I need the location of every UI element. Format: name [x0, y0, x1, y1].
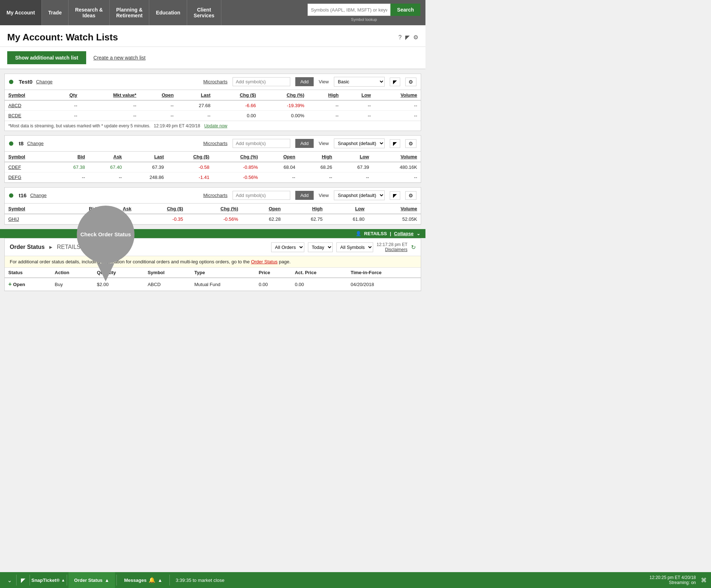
watchlist-t16-controls: Microcharts Add View Snapshot (default) …: [203, 190, 416, 200]
symbol-bcde[interactable]: BCDE: [5, 111, 52, 121]
watchlist-t8-view-select[interactable]: Snapshot (default) Basic: [334, 139, 385, 148]
watchlist-test0-add-button[interactable]: Add: [295, 77, 314, 86]
watchlist-test0-add-input[interactable]: [233, 77, 290, 86]
col-mktvalue[interactable]: Mkt value*: [81, 90, 140, 101]
collapse-link[interactable]: Collapse: [394, 231, 414, 236]
watchlist-test0-settings-icon[interactable]: ⚙: [405, 78, 416, 86]
col-chg-dollar-t16[interactable]: Chg ($): [135, 204, 186, 214]
watchlist-test0-footer: *Most data is streaming, but values mark…: [5, 121, 421, 131]
col-low-t16[interactable]: Low: [326, 204, 368, 214]
watchlist-t8-microcharts[interactable]: Microcharts: [203, 141, 228, 146]
col-volume-t8[interactable]: Volume: [373, 152, 421, 162]
col-chg-pct[interactable]: Chg (%): [260, 90, 308, 101]
nav-item-myaccount[interactable]: My Account: [0, 0, 42, 25]
col-chg-dollar[interactable]: Chg ($): [214, 90, 260, 101]
view-label-t8: View: [319, 141, 329, 146]
symbol-defg[interactable]: DEFG: [5, 172, 52, 183]
search-button[interactable]: Search: [390, 4, 420, 16]
watchlist-t8-add-button[interactable]: Add: [295, 139, 314, 148]
view-label: View: [319, 79, 329, 84]
refresh-icon[interactable]: ↻: [411, 244, 416, 251]
col-chg-pct-t16[interactable]: Chg (%): [187, 204, 242, 214]
watchlist-status-dot: [9, 80, 13, 84]
order-symbol-cell: ABCD: [144, 278, 191, 291]
symbol-cdef[interactable]: CDEF: [5, 162, 52, 172]
watchlist-test0-expand-icon[interactable]: ◤: [390, 78, 400, 86]
col-open-t8[interactable]: Open: [261, 152, 299, 162]
show-watchlist-button[interactable]: Show additional watch list: [7, 51, 86, 64]
symbol-abcd[interactable]: ABCD: [5, 100, 52, 111]
watchlist-test0: Test0 Change Microcharts Add View Basic …: [4, 74, 421, 131]
col-last-t8[interactable]: Last: [125, 152, 167, 162]
watchlist-t8-add-input[interactable]: [233, 139, 290, 148]
symbol-lookup-link[interactable]: Symbol lookup: [351, 17, 377, 22]
filter-symbols-select[interactable]: All Symbols: [336, 242, 373, 252]
nav-item-trade[interactable]: Trade: [42, 0, 69, 25]
disclaimers-link[interactable]: Disclaimers: [385, 247, 407, 252]
col-chg-dollar-t8[interactable]: Chg ($): [168, 152, 213, 162]
search-input[interactable]: [308, 4, 390, 16]
col-high[interactable]: High: [308, 90, 342, 101]
watchlist-t8-settings-icon[interactable]: ⚙: [405, 139, 416, 148]
col-volume-t16[interactable]: Volume: [368, 204, 421, 214]
col-symbol[interactable]: Symbol: [5, 90, 52, 101]
watchlist-t16-settings-icon[interactable]: ⚙: [405, 191, 416, 200]
watchlist-t16-view-select[interactable]: Snapshot (default) Basic: [334, 190, 385, 200]
watchlist-t16-microcharts[interactable]: Microcharts: [203, 193, 228, 198]
watchlist-t8-change[interactable]: Change: [27, 141, 44, 146]
page-header: My Account: Watch Lists ? ◤ ⚙: [0, 25, 425, 47]
order-type-cell: Mutual Fund: [191, 278, 255, 291]
table-row: GHIJ 61.99 6... -0.35 -0.56% 62.28 62.75…: [5, 214, 421, 224]
watchlist-t8-expand-icon[interactable]: ◤: [390, 139, 400, 148]
col-open-t16[interactable]: Open: [242, 204, 284, 214]
table-row: CDEF 67.38 67.40 67.39 -0.58 -0.85% 68.0…: [5, 162, 421, 172]
create-watchlist-link[interactable]: Create a new watch list: [93, 55, 146, 61]
col-high-t8[interactable]: High: [299, 152, 336, 162]
watchlist-test0-microcharts[interactable]: Microcharts: [203, 79, 228, 84]
settings-icon[interactable]: ⚙: [413, 34, 418, 41]
watchlist-test0-view-select[interactable]: Basic Snapshot (default): [334, 77, 385, 87]
watchlist-t16-change[interactable]: Change: [30, 193, 47, 198]
col-volume[interactable]: Volume: [375, 90, 421, 101]
update-now-link[interactable]: Update now: [204, 123, 227, 128]
nav-search: Search Symbol lookup: [302, 0, 425, 25]
col-ask-t8[interactable]: Ask: [89, 152, 125, 162]
order-status-notice-link[interactable]: Order Status: [251, 259, 278, 264]
table-row: DEFG -- -- 248.86 -1.41 -0.56% -- -- -- …: [5, 172, 421, 183]
nav-item-planning[interactable]: Planning & Retirement: [110, 0, 149, 25]
watchlist-t16-expand-icon[interactable]: ◤: [390, 191, 400, 200]
symbol-ghij[interactable]: GHIJ: [5, 214, 58, 224]
order-status-cell: + Open: [5, 278, 51, 291]
banner-separator: |: [390, 231, 391, 236]
col-symbol-t16[interactable]: Symbol: [5, 204, 58, 214]
col-open[interactable]: Open: [140, 90, 177, 101]
col-low[interactable]: Low: [342, 90, 374, 101]
watchlist-t16-add-button[interactable]: Add: [295, 191, 314, 200]
col-low-t8[interactable]: Low: [336, 152, 372, 162]
filter-time-select[interactable]: Today: [308, 242, 333, 252]
table-row: ABCD -- -- -- 27.68 -6.66 -19.39% -- -- …: [5, 100, 421, 111]
watchlist-t16-table: Symbol Bid Ask Chg ($) Chg (%) Open High…: [5, 203, 421, 224]
watchlist-t8: t8 Change Microcharts Add View Snapshot …: [4, 135, 421, 183]
table-row: BCDE -- -- -- -- 0.00 0.00% -- -- --: [5, 111, 421, 121]
tooltip-container: Check Order Status: [77, 206, 134, 281]
tooltip-arrow: [97, 263, 114, 281]
expand-icon[interactable]: ◤: [405, 34, 410, 41]
col-high-t16[interactable]: High: [284, 204, 326, 214]
nav-item-client[interactable]: Client Services: [187, 0, 221, 25]
nav-item-education[interactable]: Education: [149, 0, 187, 25]
order-notice: For additional order status details, inc…: [5, 256, 421, 268]
order-status-header: Order Status ► RETAILSS All Orders Today…: [5, 238, 421, 256]
watchlist-test0-change[interactable]: Change: [36, 79, 53, 84]
col-qty[interactable]: Qty: [52, 90, 81, 101]
col-chg-pct-t8[interactable]: Chg (%): [213, 152, 262, 162]
nav-item-research[interactable]: Research & Ideas: [69, 0, 110, 25]
filter-orders-select[interactable]: All Orders: [271, 242, 304, 252]
help-icon[interactable]: ?: [398, 34, 402, 41]
col-bid-t8[interactable]: Bid: [52, 152, 88, 162]
watchlist-t16-add-input[interactable]: [233, 191, 290, 200]
watchlist-t16-status-dot: [9, 193, 13, 198]
order-status-section: Order Status ► RETAILSS All Orders Today…: [4, 238, 421, 291]
col-last[interactable]: Last: [177, 90, 214, 101]
col-symbol-t8[interactable]: Symbol: [5, 152, 52, 162]
